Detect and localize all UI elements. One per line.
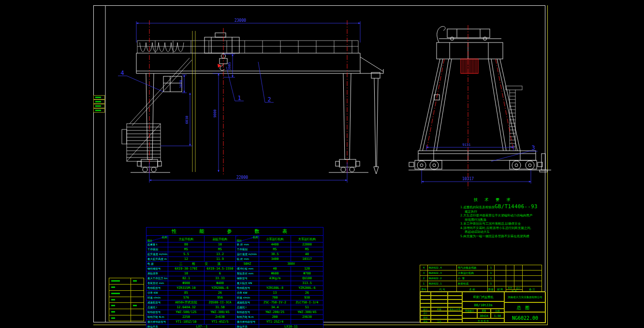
bom-cell [495,271,506,276]
param-cell: M5 [291,247,323,252]
bom-cell [514,271,523,276]
bom-row: 3NG6022.3大车运行机构1 [420,271,542,276]
param-cell: 转速 r/min [146,296,168,300]
param-cell: 制动力矩 N.m [236,315,259,320]
param-cell: 轨 距 mm [236,242,259,247]
bom-cell: 1 [488,271,495,276]
param-cell: 380V [259,262,323,267]
power-line [192,31,195,172]
param-cell: 钢轨型号 [236,276,259,281]
param-cell: 40 [259,267,291,271]
param-cell: 13.2 [205,252,236,257]
param-cell: 31.50 [205,305,236,310]
param-cell: 减速机型号 [146,300,168,305]
param-cell: Φ400 [205,281,236,286]
titleblock-label: 工艺 [431,319,448,323]
param-cell: 三 相 交 流 [168,262,236,267]
param-cell: 工作级别 [146,247,168,252]
param-cell: 钢丝绳型号 [146,267,168,271]
sheet-count: 共 张 第 张 [462,318,504,323]
bom-table: 4NG6022.4电气设备及线路13NG6022.3大车运行机构12NG6022… [420,265,542,293]
side-legs [420,59,520,151]
param-cell: 电动机型号 [236,286,259,291]
param-row: 起重量 t8010轨 距 mm440022000 [146,242,323,247]
param-row: 电动机型号YZR315M-10YZR200L-6电动机型号YZR180L-8YZ… [146,286,323,291]
title-block: 标记处数更改文件号设计校对审核工艺 双梁门式起重机 80/10t22m 阶段标记… [420,291,545,323]
corner-cell: 机构 项目 [146,236,168,242]
hanging-cable [371,72,380,174]
note-line: 1.起重机的制造及检验按GB/T14406--93 [460,204,547,210]
titleblock-label [448,319,462,323]
param-cell: 2×630 [205,315,236,320]
param-cell: 82.1 [168,276,205,281]
param-cell: M5 [168,247,205,252]
param-cell: 起重量 t [146,242,168,247]
bom-cell: 2 [420,276,428,281]
param-cell: 5.5 [168,252,205,257]
bom-row: 4NG6022.4电气设备及线路1 [420,265,542,271]
company-name: 河南省大方实业集团有限公司 [504,292,546,302]
param-table-title: 性 能 参 数 表 [146,228,323,236]
side-red [426,25,513,188]
zone-tick [93,108,105,113]
titleblock-label: 更改文件号 [448,307,462,311]
bom-cell [514,281,523,286]
dim-clearance: 6030 [185,116,189,124]
bom-cell [514,265,523,271]
signature-strip [109,278,144,321]
param-cell: YWZ-300/45 [205,310,236,315]
param-row: 最大工作拉力 kn82.133.33钢轨型号43Kg/mQU100 [146,276,323,281]
param-cell: M5 [259,247,291,252]
col-header-gantry-travel: 大车运行机构 [291,236,323,242]
param-cell: 930 [291,296,323,300]
bom-cell [506,271,514,276]
dim-side-leg-spacing: 9131 [463,143,471,147]
param-cell: 10 [168,271,205,276]
param-cell: YT1-185Z/10 [168,320,205,325]
param-cell: 120 [291,267,323,271]
param-row: 总速比 i12.64X4.3231.50总速比 i34.451 [146,305,323,310]
param-cell: Φ600 [259,271,291,276]
param-cell: 38.5 [259,252,291,257]
bom-row: 1NG6022.1桥架组成1 [420,281,542,286]
col-header-aux-hoist: 副起升机构 [205,236,236,242]
param-row: 起升速度 m/min5.513.2运行速度 m/min38.540 [146,252,323,257]
param-cell: Φ700 [291,271,323,276]
bom-cell: 1 [488,276,495,281]
param-cell: 313.5 [291,281,323,286]
front-centerlines [149,20,347,175]
param-row: 转速 r/min576956转速 r/min700930 [146,296,323,300]
param-cell: ZLC750-I-3/4 [291,300,323,305]
dim-front-span: 22000 [236,175,248,180]
param-cell: 最大起升高度 m [146,257,168,262]
param-cell: 26 [291,291,323,296]
param-cell: 2X630 [291,315,323,320]
bom-cell [523,271,542,276]
product-name: 双梁门式起重机 [462,292,504,301]
bottom-beam [418,151,536,160]
param-cell: 4400 [259,242,291,247]
front-view [122,33,383,174]
param-cell: 200 [259,315,291,320]
bom-cell: 3 [420,271,428,276]
notes-title: 技 术 要 求 [474,197,547,202]
titleblock-label [448,311,462,315]
drawing-sheet: 23000 22000 2870 6030 9000 3985 1 2 4 [0,0,644,328]
param-cell: 50HZ [236,262,259,267]
param-cell: QU100 [291,276,323,281]
param-cell: 最大工作拉力 kn [146,276,168,281]
param-cell: 22000 [291,242,323,247]
note-line: 4.清理间不安装时,应将清理小车运行到两支腿之间, [460,226,547,230]
drawing-number: NG6022.00 [504,312,546,323]
bom-cell: 桥架组成 [457,281,488,286]
param-cell [259,281,291,286]
param-cell: 缓冲行程 mm [236,267,259,271]
scale-value: 1:50 [491,313,504,318]
param-cell: 转速 r/min [236,296,259,300]
dim-lift-height: 9000 [213,110,217,118]
standard-code: GB/T14406--93 [495,203,538,209]
param-cell: 总速比 i [236,305,259,310]
performance-table: 性 能 参 数 表 机构 项目 主起升机构 副起升机构 机构 项目 小车运行机构… [146,227,323,328]
param-row: 制动力矩 N.m22502×630制动力矩 N.m2002X630 [146,315,323,320]
param-cell: 总速比 i [146,305,168,310]
